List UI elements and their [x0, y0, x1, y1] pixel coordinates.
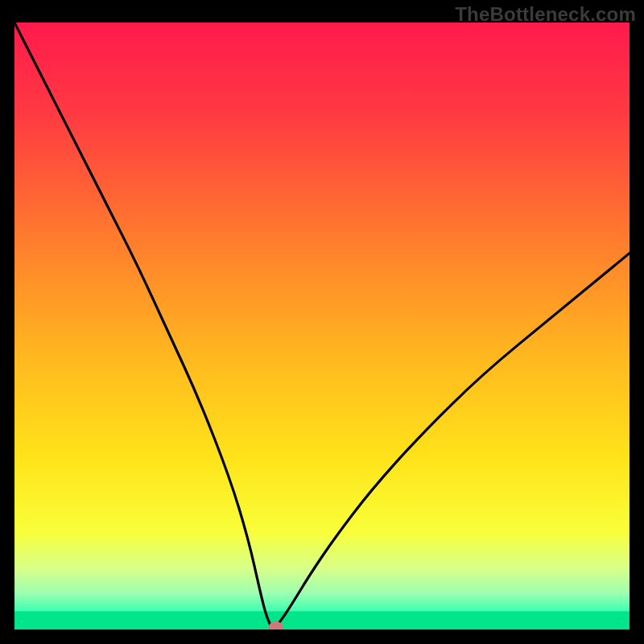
green-band: [14, 611, 630, 630]
plot-area: [14, 23, 630, 630]
chart-svg: [14, 23, 630, 630]
gradient-bg: [14, 23, 630, 630]
chart-frame: TheBottleneck.com: [0, 0, 644, 644]
